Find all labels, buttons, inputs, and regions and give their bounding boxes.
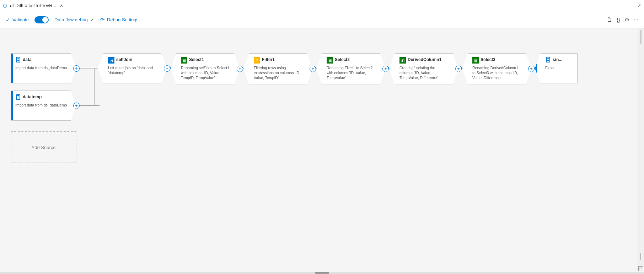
add-source-box[interactable]: Add Source xyxy=(11,131,76,163)
select2-node[interactable]: ▦ Select2 Renaming Filter1 to Select2 wi… xyxy=(316,53,386,84)
selfjoin-add-btn[interactable]: + xyxy=(164,65,170,72)
select2-add-btn[interactable]: + xyxy=(382,66,389,72)
selfjoin-icon: ⋈ xyxy=(108,57,114,64)
validate-label: Validate xyxy=(12,17,29,22)
debug-toggle[interactable] xyxy=(34,16,49,23)
filter1-desc: Filtering rows using expressions on colu… xyxy=(254,65,303,81)
derived-column1-node[interactable]: ◧ DerivedColumn1 Creating/updating the c… xyxy=(389,53,458,84)
debug-settings-label: Debug Settings xyxy=(107,17,139,22)
derived1-icon: ◧ xyxy=(399,57,406,64)
sink-node[interactable]: 🗄 sin... Expo... xyxy=(535,53,578,83)
select1-add-btn[interactable]: + xyxy=(237,66,243,72)
select3-title: Select3 xyxy=(481,57,495,62)
json-icon[interactable]: {} xyxy=(617,17,620,23)
derived1-desc: Creating/updating the columns 'ID, Value… xyxy=(399,65,449,81)
select3-add-btn[interactable]: + xyxy=(528,66,535,72)
bottom-bar xyxy=(0,272,644,274)
debug-settings-button[interactable]: ⟳ Debug Settings xyxy=(100,17,139,23)
title-bar-expand-icon[interactable]: ⤢ xyxy=(637,3,641,8)
title-bar-df-icon: ⬡ xyxy=(3,3,7,9)
right-sidebar: ⊡ xyxy=(637,28,644,274)
toolbar: ✓ Validate Data flow debug ✓ ⟳ Debug Set… xyxy=(0,11,644,28)
debug-label: Data flow debug xyxy=(54,17,88,22)
canvas: 🗄 data Import data from ds_dataDemo + 🗄 … xyxy=(0,28,644,274)
more-options-icon[interactable]: ··· xyxy=(634,17,638,23)
sink-title: sin... xyxy=(553,57,562,62)
filter1-icon: ▽ xyxy=(254,57,260,64)
filter1-add-btn[interactable]: + xyxy=(310,66,316,72)
derived1-add-btn[interactable]: + xyxy=(455,66,462,72)
select1-title: Select1 xyxy=(189,57,204,62)
datatemp-node-desc: Import data from ds_dataDemo xyxy=(15,103,68,108)
validate-button[interactable]: ✓ Validate xyxy=(6,17,29,23)
toolbar-right: 🗒 {} ⚙ ··· xyxy=(607,16,638,23)
select2-desc: Renaming Filter1 to Select2 with columns… xyxy=(327,65,376,81)
datatemp-source-node[interactable]: 🗄 datatemp Import data from ds_dataDemo … xyxy=(11,91,76,121)
datatemp-node-title: datatemp xyxy=(23,94,42,99)
datatemp-node-add-btn[interactable]: + xyxy=(73,103,80,109)
sink-desc: Expo... xyxy=(545,65,573,70)
add-source-label: Add Source xyxy=(32,145,56,150)
data-node-title: data xyxy=(23,57,32,62)
data-node-add-btn[interactable]: + xyxy=(73,65,80,72)
debug-settings-icon: ⟳ xyxy=(100,17,105,23)
bottom-handle[interactable] xyxy=(315,272,329,274)
sidebar-divider xyxy=(640,253,641,260)
data-db-icon: 🗄 xyxy=(15,57,21,64)
select2-title: Select2 xyxy=(335,57,350,62)
selfjoin-node[interactable]: ⋈ selfJoin Left outer join on 'data' and… xyxy=(98,53,167,83)
select1-desc: Renaming selfJoin to Select1 with column… xyxy=(181,65,230,81)
select1-icon: ▦ xyxy=(181,57,187,64)
filter1-node[interactable]: ▽ Filter1 Filtering rows using expressio… xyxy=(243,53,313,84)
select2-icon: ▦ xyxy=(327,57,333,64)
data-node-desc: Import data from ds_dataDemo xyxy=(15,65,68,70)
select3-icon: ▦ xyxy=(472,57,479,64)
sink-icon: 🗄 xyxy=(545,57,551,64)
fit-view-btn[interactable]: ⊡ xyxy=(638,266,643,271)
debug-check-icon: ✓ xyxy=(90,17,95,23)
derived1-title: DerivedColumn1 xyxy=(408,57,441,62)
selfjoin-desc: Left outer join on 'data' and 'datatemp' xyxy=(108,65,157,75)
select3-desc: Renaming DerivedColumn1 to Select3 with … xyxy=(472,65,522,81)
flow-area: 🗄 data Import data from ds_dataDemo + 🗄 … xyxy=(7,50,637,267)
sidebar-handle[interactable] xyxy=(640,30,642,44)
debug-label-item: Data flow debug ✓ xyxy=(54,17,95,23)
title-bar-title: df-DiffLatestToPrevR... xyxy=(10,3,57,8)
title-bar: ⬡ df-DiffLatestToPrevR... × ⤢ xyxy=(0,0,644,11)
script-icon[interactable]: 🗒 xyxy=(607,17,612,23)
select3-node[interactable]: ▦ Select3 Renaming DerivedColumn1 to Sel… xyxy=(462,53,531,84)
validate-check-icon: ✓ xyxy=(6,17,10,23)
select1-node[interactable]: ▦ Select1 Renaming selfJoin to Select1 w… xyxy=(171,53,240,84)
settings-sliders-icon[interactable]: ⚙ xyxy=(624,16,629,23)
selfjoin-title: selfJoin xyxy=(116,57,132,62)
filter1-title: Filter1 xyxy=(262,57,275,62)
title-bar-close[interactable]: × xyxy=(60,2,63,9)
datatemp-db-icon: 🗄 xyxy=(15,94,21,101)
data-source-node[interactable]: 🗄 data Import data from ds_dataDemo + xyxy=(11,53,76,83)
